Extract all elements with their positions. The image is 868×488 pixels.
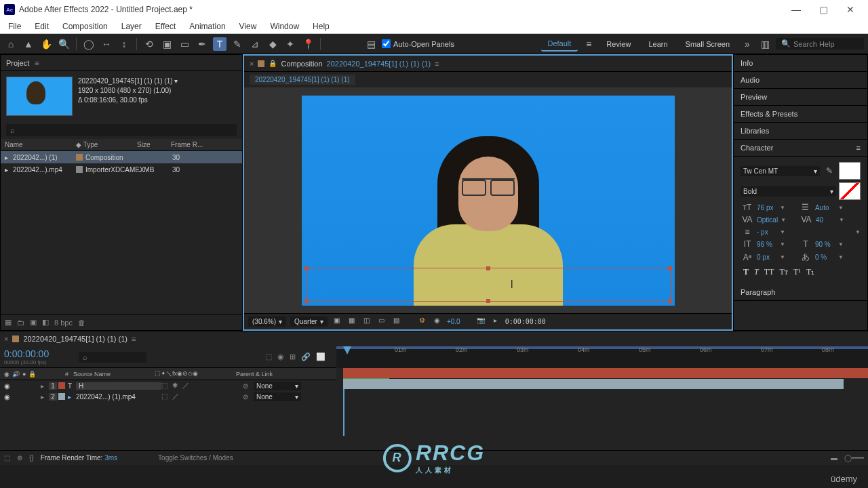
show-snapshot-icon[interactable]: ▸ xyxy=(490,317,501,327)
subscript-button[interactable]: T₁ xyxy=(806,267,814,277)
workspace-overflow-icon[interactable]: » xyxy=(741,37,754,51)
paragraph-panel[interactable]: Paragraph xyxy=(734,284,867,301)
minimize-button[interactable]: — xyxy=(783,4,810,15)
parent-select-1[interactable]: None▾ xyxy=(254,382,301,390)
viewer[interactable]: I xyxy=(244,87,732,313)
panel-icon[interactable]: ▤ xyxy=(364,37,378,51)
adjust-icon[interactable]: ◧ xyxy=(42,318,49,327)
italic-button[interactable]: T xyxy=(754,267,759,277)
type-tool[interactable]: T xyxy=(213,37,226,51)
region-icon[interactable]: ▭ xyxy=(376,317,387,327)
home-tool[interactable]: ⌂ xyxy=(4,37,18,51)
kerning-select[interactable]: Optical xyxy=(757,216,778,224)
text-layer-bounds[interactable] xyxy=(306,268,671,302)
zoom-select[interactable]: (30.6%) ▾ xyxy=(248,317,286,327)
search-help-input[interactable]: 🔍 Search Help xyxy=(776,38,864,49)
menu-view[interactable]: View xyxy=(234,20,262,33)
font-weight-select[interactable]: Bold▾ xyxy=(741,186,836,197)
trash-icon[interactable]: 🗑 xyxy=(78,319,85,327)
rect-tool[interactable]: ▭ xyxy=(178,37,191,51)
maximize-button[interactable]: ▢ xyxy=(810,4,837,15)
color-mgmt-icon[interactable]: ◉ xyxy=(432,317,443,327)
pen-tool[interactable]: ✒ xyxy=(195,37,209,51)
tsume-input[interactable]: 0 % xyxy=(815,253,835,261)
leading-input[interactable]: Auto xyxy=(815,204,835,211)
tracking-input[interactable]: 40 xyxy=(816,216,836,224)
current-time-display[interactable]: 0:00:00:0000000 (30.00 fps) xyxy=(4,348,79,365)
hand-tool[interactable]: ✋ xyxy=(39,37,53,51)
superscript-button[interactable]: T¹ xyxy=(793,267,801,277)
menu-file[interactable]: File xyxy=(3,20,26,33)
auto-open-checkbox[interactable]: Auto-Open Panels xyxy=(382,39,454,48)
stroke-width-input[interactable]: - px xyxy=(757,228,777,236)
zoom-tool[interactable]: 🔍 xyxy=(57,37,71,51)
workspace-default[interactable]: Default xyxy=(541,37,578,52)
menu-help[interactable]: Help xyxy=(307,20,335,33)
timeline-tab[interactable]: ×20220420_194745[1] (1) (1) (1)≡ xyxy=(0,331,868,346)
mask-icon[interactable]: ◫ xyxy=(361,317,372,327)
project-tab[interactable]: Project ≡ xyxy=(1,55,242,71)
exposure-value[interactable]: +0.0 xyxy=(447,318,460,325)
layer-bar-2[interactable] xyxy=(343,379,844,389)
puppet-tool[interactable]: 📍 xyxy=(301,37,315,51)
brace2-icon[interactable]: {} xyxy=(29,454,34,462)
workspace-smallscreen[interactable]: Small Screen xyxy=(679,37,736,51)
menu-effect[interactable]: Effect xyxy=(150,20,181,33)
visibility-icon[interactable]: ◉ xyxy=(4,382,14,390)
anchor-tool[interactable]: ▣ xyxy=(160,37,174,51)
eraser-tool[interactable]: ◆ xyxy=(266,37,279,51)
bold-button[interactable]: T xyxy=(743,267,749,277)
roto-tool[interactable]: ✦ xyxy=(283,37,297,51)
snapshot-icon[interactable]: 📷 xyxy=(475,317,486,327)
menu-edit[interactable]: Edit xyxy=(29,20,54,33)
preview-panel[interactable]: Preview xyxy=(734,89,867,106)
stroke-color-swatch[interactable] xyxy=(839,182,861,200)
rotation-tool[interactable]: ⟲ xyxy=(142,37,156,51)
toggle-icon[interactable]: ⬚ xyxy=(4,454,10,462)
smallcaps-button[interactable]: Tт xyxy=(779,267,788,277)
hscale-input[interactable]: 90 % xyxy=(815,241,835,248)
graph-icon[interactable]: ⊞ xyxy=(290,352,296,361)
comp-tab[interactable]: × 🔒 Composition 20220420_194745[1] (1) (… xyxy=(244,56,732,72)
project-search-input[interactable]: ⌕ xyxy=(6,124,237,136)
dolly-tool[interactable]: ↕ xyxy=(117,37,131,51)
font-family-select[interactable]: Tw Cen MT▾ xyxy=(741,166,820,176)
pan-tool[interactable]: ↔ xyxy=(100,37,113,51)
close-tab-icon[interactable]: × xyxy=(250,60,254,68)
interpret-icon[interactable]: ▦ xyxy=(5,318,12,327)
info-panel[interactable]: Info xyxy=(734,55,867,72)
menu-window[interactable]: Window xyxy=(264,20,304,33)
project-item-comp[interactable]: ▸2022042...) (1) Composition 30 xyxy=(1,151,242,163)
effects-panel[interactable]: Effects & Presets xyxy=(734,106,867,123)
folder-icon[interactable]: 🗀 xyxy=(17,319,24,327)
menu-animation[interactable]: Animation xyxy=(184,20,231,33)
allcaps-button[interactable]: TT xyxy=(764,267,774,277)
toggle-switches-button[interactable]: Toggle Switches / Modes xyxy=(158,454,233,462)
libraries-panel[interactable]: Libraries xyxy=(734,123,867,140)
workspace-learn[interactable]: Learn xyxy=(642,37,674,51)
parent-select-2[interactable]: None▾ xyxy=(254,392,301,401)
transparency-icon[interactable]: ▤ xyxy=(391,317,402,327)
project-thumbnail[interactable] xyxy=(6,77,73,116)
layer-row-1[interactable]: ◉ ▸1 T H ⬚ ✱ ／ ⊘ None▾ xyxy=(0,380,336,391)
lock-icon[interactable]: 🔒 xyxy=(269,60,277,67)
camera-icon[interactable]: ▣ xyxy=(332,317,342,327)
channel-icon[interactable]: ⚙ xyxy=(417,317,428,327)
share-icon[interactable]: ▥ xyxy=(758,37,772,51)
menu-layer[interactable]: Layer xyxy=(116,20,147,33)
visibility-icon[interactable]: ◉ xyxy=(4,393,14,401)
menu-composition[interactable]: Composition xyxy=(57,20,113,33)
bpc-button[interactable]: 8 bpc xyxy=(54,319,73,327)
brace-icon[interactable]: ⊕ xyxy=(17,454,22,462)
layer-bar-1[interactable] xyxy=(343,368,868,378)
time-ruler[interactable]: 01m 02m 03m 04m 05m 06m 07m 08m xyxy=(336,346,868,368)
zoom-slider[interactable]: ◯━━━ xyxy=(844,454,864,462)
orbit-tool[interactable]: ◯ xyxy=(82,37,96,51)
project-item-footage[interactable]: ▸2022042...).mp4 ImporterXDCAMEX .. MB 3… xyxy=(1,163,242,176)
blend-icon[interactable]: 🔗 xyxy=(301,352,311,361)
resolution-select[interactable]: Quarter ▾ xyxy=(290,317,328,327)
new-comp-icon[interactable]: ▣ xyxy=(30,318,37,327)
clone-tool[interactable]: ⊿ xyxy=(248,37,262,51)
playhead[interactable] xyxy=(343,346,351,354)
eyedropper-icon[interactable]: ✎ xyxy=(823,166,836,176)
